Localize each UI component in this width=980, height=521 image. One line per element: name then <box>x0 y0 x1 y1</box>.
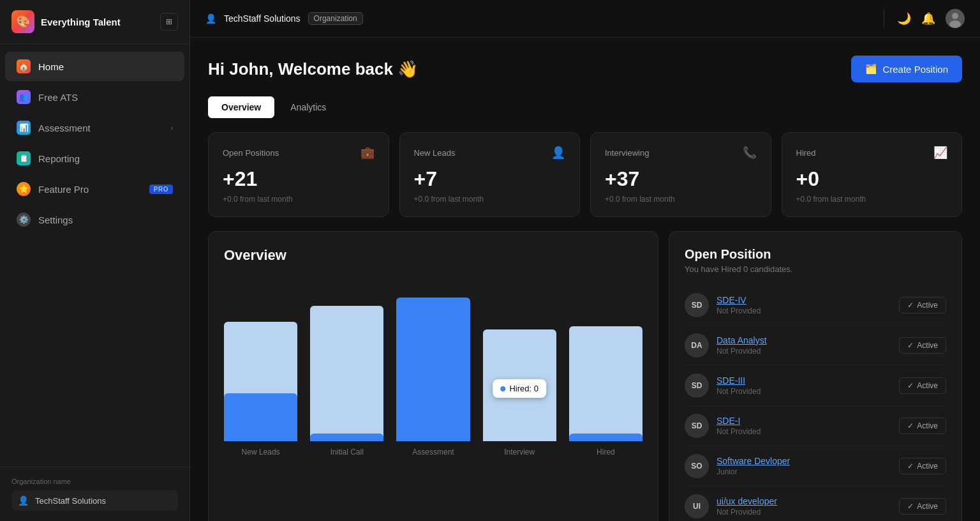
status-label: Active <box>917 502 938 511</box>
tab-analytics[interactable]: Analytics <box>277 96 339 118</box>
stat-label-interviewing: Interviewing <box>605 148 649 158</box>
notifications-icon[interactable]: 🔔 <box>921 11 935 26</box>
main-content: 👤 TechStaff Solutions Organization 🌙 🔔 H… <box>190 0 980 521</box>
sidebar-toggle-button[interactable]: ⊞ <box>160 13 178 31</box>
position-avatar-sde-i: SD <box>685 414 709 438</box>
chart-label-new-leads: New Leads <box>224 448 297 457</box>
briefcase-icon: 💼 <box>360 146 375 160</box>
home-icon: 🏠 <box>17 59 31 73</box>
position-info-sde-iii: SDE-III Not Provided <box>716 375 891 396</box>
sidebar-item-home[interactable]: 🏠 Home <box>5 52 184 81</box>
sidebar: 🎨 Everything Talent ⊞ 🏠 Home 👥 Free ATS … <box>0 0 190 521</box>
stat-value-new-leads: +7 <box>414 167 566 191</box>
chart-label-interview: Interview <box>483 448 556 457</box>
position-item-software-developer: SO Software Devloper Junior ✓ Active <box>685 446 946 487</box>
position-status-software-developer[interactable]: ✓ Active <box>899 458 946 474</box>
position-avatar-sde-iii: SD <box>685 374 709 398</box>
avatar[interactable] <box>946 9 965 28</box>
create-position-label: Create Position <box>882 64 948 75</box>
welcome-title: Hi John, Welcome back 👋 <box>208 59 418 79</box>
position-name-sde-iv[interactable]: SDE-IV <box>716 295 891 305</box>
sidebar-item-free-ats[interactable]: 👥 Free ATS <box>5 82 184 112</box>
create-position-button[interactable]: 🗂️ Create Position <box>851 56 962 82</box>
status-label: Active <box>917 462 938 471</box>
chart-label-hired: Hired <box>569 448 642 457</box>
dark-mode-icon[interactable]: 🌙 <box>897 11 911 26</box>
position-info-software-developer: Software Devloper Junior <box>716 456 891 476</box>
open-positions-subtitle: You have Hired 0 candidates. <box>685 264 946 274</box>
svg-point-2 <box>949 20 961 28</box>
assessment-icon: 📊 <box>17 121 31 135</box>
check-icon: ✓ <box>907 421 914 430</box>
position-item-sde-iii: SD SDE-III Not Provided ✓ Active <box>685 366 946 406</box>
reporting-icon: 📋 <box>17 151 31 165</box>
sidebar-footer: Organization name 👤 TechStaff Solutions <box>0 467 189 521</box>
sidebar-item-reporting[interactable]: 📋 Reporting <box>5 144 184 173</box>
tab-overview[interactable]: Overview <box>208 96 274 118</box>
free-ats-icon: 👥 <box>17 90 31 104</box>
position-sub-data-analyst: Not Provided <box>716 347 891 356</box>
position-info-sde-i: SDE-I Not Provided <box>716 416 891 436</box>
topbar-org-badge: Organization <box>308 12 363 25</box>
create-position-icon: 🗂️ <box>865 63 877 75</box>
stat-value-interviewing: +37 <box>605 167 757 191</box>
sidebar-item-feature-pro[interactable]: ⭐ Feature Pro PRO <box>5 174 184 204</box>
position-status-sde-iv[interactable]: ✓ Active <box>899 297 946 313</box>
sidebar-item-label-reporting: Reporting <box>38 153 80 164</box>
tooltip-dot <box>500 386 505 391</box>
position-avatar-data-analyst: DA <box>685 333 709 358</box>
chart-bar-hired: Hired <box>569 282 642 441</box>
sidebar-item-settings[interactable]: ⚙️ Settings <box>5 205 184 234</box>
position-item-ui-ux: UI ui/ux developer Not Provided ✓ Active <box>685 487 946 521</box>
position-status-data-analyst[interactable]: ✓ Active <box>899 337 946 354</box>
stat-change-open-positions: +0.0 from last month <box>223 195 375 204</box>
org-item[interactable]: 👤 TechStaff Solutions <box>11 490 178 511</box>
topbar: 👤 TechStaff Solutions Organization 🌙 🔔 <box>190 0 980 38</box>
status-label: Active <box>917 421 938 430</box>
status-label: Active <box>917 341 938 350</box>
position-name-sde-iii[interactable]: SDE-III <box>716 375 891 386</box>
chart-bar-new-leads: New Leads <box>224 282 297 441</box>
phone-icon: 📞 <box>743 146 757 160</box>
stat-value-open-positions: +21 <box>223 167 375 191</box>
position-sub-sde-i: Not Provided <box>716 427 891 436</box>
position-status-ui-ux[interactable]: ✓ Active <box>899 498 946 515</box>
chart-bar-interview[interactable]: Hired: 0 Interview <box>483 282 556 441</box>
check-icon: ✓ <box>907 301 914 310</box>
position-status-sde-i[interactable]: ✓ Active <box>899 418 946 434</box>
position-item-sde-iv: SD SDE-IV Not Provided ✓ Active <box>685 285 946 326</box>
position-sub-sde-iv: Not Provided <box>716 306 891 315</box>
stats-row: Open Positions 💼 +21 +0.0 from last mont… <box>208 132 962 217</box>
position-sub-sde-iii: Not Provided <box>716 387 891 396</box>
sidebar-item-label-free-ats: Free ATS <box>38 92 78 103</box>
stat-card-interviewing: Interviewing 📞 +37 +0.0 from last month <box>590 132 771 217</box>
hired-tooltip: Hired: 0 <box>493 379 546 398</box>
chart-area: New Leads Initial Call <box>224 282 642 460</box>
position-item-data-analyst: DA Data Analyst Not Provided ✓ Active <box>685 326 946 366</box>
check-icon: ✓ <box>907 502 914 511</box>
position-avatar-ui-ux: UI <box>685 494 709 518</box>
position-sub-ui-ux: Not Provided <box>716 508 891 517</box>
status-label: Active <box>917 381 938 390</box>
org-name: TechStaff Solutions <box>35 496 106 506</box>
sidebar-item-label-assessment: Assessment <box>38 123 91 133</box>
position-name-software-developer[interactable]: Software Devloper <box>716 456 891 466</box>
stat-change-new-leads: +0.0 from last month <box>414 195 566 204</box>
position-avatar-sde-iv: SD <box>685 293 709 317</box>
position-status-sde-iii[interactable]: ✓ Active <box>899 377 946 394</box>
stat-value-hired: +0 <box>796 167 948 191</box>
stat-card-hired: Hired 📈 +0 +0.0 from last month <box>782 132 963 217</box>
position-name-ui-ux[interactable]: ui/ux developer <box>716 496 891 506</box>
overview-chart-title: Overview <box>224 247 642 264</box>
stat-change-hired: +0.0 from last month <box>796 195 948 204</box>
chevron-right-icon: › <box>170 124 173 132</box>
position-name-data-analyst[interactable]: Data Analyst <box>716 335 891 345</box>
position-info-ui-ux: ui/ux developer Not Provided <box>716 496 891 517</box>
chart-bar-initial-call: Initial Call <box>310 282 383 441</box>
sidebar-item-assessment[interactable]: 📊 Assessment › <box>5 113 184 142</box>
position-name-sde-i[interactable]: SDE-I <box>716 416 891 426</box>
stat-label-open-positions: Open Positions <box>223 148 279 158</box>
check-icon: ✓ <box>907 341 914 350</box>
content-area: Hi John, Welcome back 👋 🗂️ Create Positi… <box>190 38 980 521</box>
open-positions-title: Open Position <box>685 247 946 262</box>
